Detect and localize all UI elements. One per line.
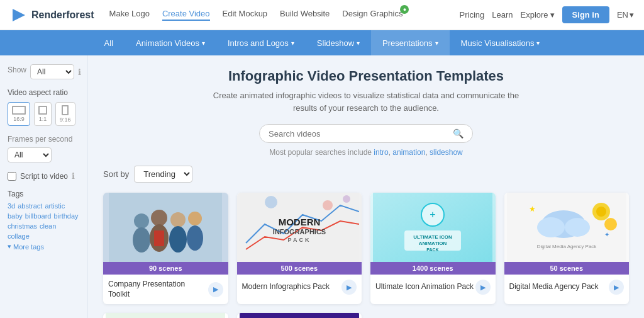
nav-create-video[interactable]: Create Video — [162, 9, 210, 21]
template-info-icon: Ultimate Icon Animation Pack ▶ — [370, 275, 496, 300]
svg-point-31 — [604, 218, 617, 230]
template-name-digital: Digital Media Agency Pack — [509, 282, 599, 292]
tag-collage[interactable]: collage — [8, 232, 30, 240]
svg-point-12 — [265, 196, 277, 208]
tag-3d[interactable]: 3d — [8, 202, 15, 210]
show-info-icon[interactable]: ℹ — [78, 67, 81, 77]
svg-point-7 — [170, 212, 186, 227]
tag-abstract[interactable]: abstract — [18, 202, 42, 210]
more-tags-button[interactable]: ▾ More tags — [8, 242, 80, 251]
subnav-intros-logos[interactable]: Intros and Logos ▾ — [216, 30, 306, 55]
subnav-animation-videos[interactable]: Animation Videos ▾ — [125, 30, 216, 55]
fps-label: Frames per second — [8, 135, 80, 144]
scenes-badge-icon: 1400 scenes — [370, 262, 496, 275]
template-card-company[interactable]: 90 scenes Company Presentation Toolkit ▶ — [103, 193, 228, 304]
nav-build-website[interactable]: Build Website — [280, 9, 330, 21]
template-card-social[interactable]: SEE THE BEST STATISTICS ABOUT SOCIAL MED… — [237, 313, 362, 318]
square-shape-icon — [38, 106, 47, 115]
scenes-badge-modern: 500 scenes — [237, 262, 362, 275]
tags-label: Tags — [8, 190, 80, 198]
template-card-digital[interactable]: ★ ✦ Digital Media Agency Pack 50 scenes … — [504, 193, 630, 304]
tags-cloud: 3d abstract artistic baby billboard birt… — [8, 202, 80, 240]
pricing-link[interactable]: Pricing — [460, 10, 485, 20]
aspect-ratio-tall[interactable]: 9:16 — [55, 102, 75, 126]
template-thumb-business — [103, 313, 228, 318]
nav-design-graphics[interactable]: Design Graphics ● — [342, 9, 402, 21]
template-info-modern: Modern Infographics Pack ▶ — [237, 275, 362, 300]
search-icon[interactable]: 🔍 — [453, 128, 464, 139]
script-info-icon[interactable]: ℹ — [72, 171, 75, 181]
svg-point-30 — [596, 207, 606, 217]
sub-nav: All Animation Videos ▾ Intros and Logos … — [0, 30, 644, 55]
template-card-business[interactable]: 120 scenes Business Infographic Video ▶ — [103, 313, 228, 318]
new-badge: ● — [400, 5, 409, 14]
play-button-company[interactable]: ▶ — [208, 282, 223, 297]
svg-point-3 — [133, 227, 150, 253]
fps-select[interactable]: All 24fps 30fps 60fps — [8, 147, 52, 162]
nav-make-logo[interactable]: Make Logo — [109, 9, 150, 21]
show-filter-section: Show All Free Premium ℹ — [8, 64, 80, 79]
svg-text:PACK: PACK — [427, 247, 439, 252]
scenes-badge-company: 90 scenes — [103, 262, 228, 275]
svg-text:+: + — [430, 209, 436, 220]
tag-christmas[interactable]: christmas — [8, 222, 37, 230]
play-button-modern[interactable]: ▶ — [341, 280, 357, 295]
subnav-music-vis[interactable]: Music Visualisations ▾ — [450, 30, 552, 55]
tag-artistic[interactable]: artistic — [45, 202, 65, 210]
svg-text:★: ★ — [529, 205, 536, 213]
nav-edit-mockup[interactable]: Edit Mockup — [223, 9, 268, 21]
tag-birthday[interactable]: birthday — [53, 212, 78, 220]
template-card-modern[interactable]: MODERN INFOGRAPHICS PACK 500 scenes Mode… — [237, 193, 362, 304]
svg-point-28 — [565, 218, 590, 237]
svg-point-13 — [323, 200, 333, 210]
search-input[interactable] — [269, 129, 453, 139]
subnav-presentations[interactable]: Presentations ▾ — [371, 30, 450, 55]
subnav-slideshow[interactable]: Slideshow ▾ — [306, 30, 371, 55]
sort-select[interactable]: Trending Newest Popular — [134, 166, 192, 183]
svg-text:PACK: PACK — [287, 237, 311, 243]
svg-marker-0 — [13, 9, 25, 21]
svg-point-4 — [151, 210, 167, 226]
script-label: Script to video — [20, 172, 68, 181]
template-name-icon: Ultimate Icon Animation Pack — [375, 282, 474, 292]
popular-searches: Most popular searches include intro, ani… — [103, 148, 629, 157]
play-button-icon[interactable]: ▶ — [475, 280, 491, 295]
music-vis-chevron: ▾ — [536, 40, 540, 47]
tag-billboard[interactable]: billboard — [25, 212, 52, 220]
aspect-ratio-options: 16:9 1:1 9:16 — [8, 102, 80, 126]
svg-text:✦: ✦ — [604, 231, 609, 238]
signin-button[interactable]: Sign in — [562, 6, 609, 23]
subnav-all[interactable]: All — [93, 30, 125, 55]
sort-row: Sort by Trending Newest Popular — [103, 166, 629, 183]
tag-clean[interactable]: clean — [40, 222, 56, 230]
explore-dropdown[interactable]: Explore ▾ — [521, 10, 555, 20]
svg-text:ULTIMATE ICON: ULTIMATE ICON — [414, 234, 453, 240]
svg-point-10 — [187, 225, 203, 251]
template-grid: 90 scenes Company Presentation Toolkit ▶ — [103, 193, 629, 318]
aspect-ratio-label: Video aspect ratio — [8, 88, 80, 97]
top-nav: Renderforest Make Logo Create Video Edit… — [0, 0, 644, 30]
show-select[interactable]: All Free Premium — [30, 64, 74, 79]
svg-text:ANIMATION: ANIMATION — [419, 241, 447, 246]
aspect-ratio-wide[interactable]: 16:9 — [8, 102, 30, 126]
template-name-company: Company Presentation Toolkit — [108, 280, 208, 299]
popular-animation[interactable]: animation — [392, 148, 425, 157]
template-name-modern: Modern Infographics Pack — [242, 282, 330, 292]
svg-point-27 — [537, 217, 565, 237]
tag-baby[interactable]: baby — [8, 212, 23, 220]
sidebar: Show All Free Premium ℹ Video aspect rat… — [0, 55, 88, 318]
play-button-digital[interactable]: ▶ — [609, 280, 624, 295]
aspect-ratio-section: Video aspect ratio 16:9 1:1 9:16 — [8, 88, 80, 126]
svg-text:MODERN: MODERN — [278, 217, 320, 227]
popular-intro[interactable]: intro — [374, 148, 388, 157]
popular-slideshow[interactable]: slideshow — [430, 148, 463, 157]
script-checkbox[interactable] — [8, 172, 16, 181]
template-thumb-modern: MODERN INFOGRAPHICS PACK — [237, 193, 362, 262]
language-selector[interactable]: EN ▾ — [617, 10, 634, 20]
aspect-ratio-square[interactable]: 1:1 — [34, 102, 52, 126]
svg-text:Digital Media Agency Pack: Digital Media Agency Pack — [536, 244, 597, 249]
search-box: 🔍 — [259, 124, 473, 143]
learn-link[interactable]: Learn — [492, 10, 513, 20]
logo[interactable]: Renderforest — [10, 6, 94, 24]
template-card-icon[interactable]: + ULTIMATE ICON ANIMATION PACK 1400 scen… — [370, 193, 496, 304]
